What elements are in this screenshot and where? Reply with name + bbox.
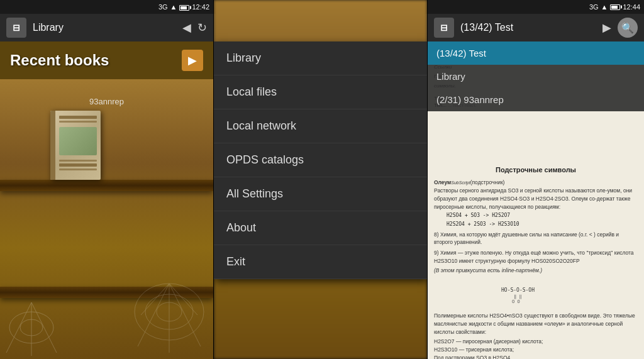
search-icon: 🔍 [621,22,634,34]
signal-icon-1: 3G [158,3,168,11]
reader-content: (13/42) Test Library (2/31) 93annrep ...… [428,41,644,359]
svg-line-8 [6,302,31,353]
svg-text:‖ ‖: ‖ ‖ [514,294,522,299]
battery-icon-1 [179,3,189,11]
status-bar-1: 3G ▲ 12:42 [0,0,213,14]
svg-text:O O: O O [512,299,520,304]
formula-1: H2SO4 + SO3 -> H2S2O7 [447,212,638,219]
shelf-area-1: 93annrep [0,79,213,359]
time-3: 12:44 [623,3,640,11]
nav-item-library[interactable]: Library [428,65,644,88]
recent-header-1: Recent books ▶ [0,41,213,79]
formula-2: H2S2O4 + 2SO3 -> H2S3O10 [447,221,638,228]
reader-body-5: Полимерные кислоты H2SO4•nSO3 существуют… [434,312,638,336]
nav-overlay: (13/42) Test Library (2/31) 93annrep [428,41,644,111]
menu-item-library[interactable]: Library [214,41,427,75]
reader-title: (13/42) Test [460,22,596,33]
menu-item-all-settings[interactable]: All Settings [214,177,427,211]
status-bar-3: 3G ▲ 12:44 [428,0,644,14]
formula-diagram: HO-S-O-S-OH ‖ ‖ O O [434,279,638,307]
back-icon-1[interactable]: ◀ [182,21,191,35]
battery-icon-3 [610,4,620,10]
formula-list-1: H2S2O7 — пиросерная (дисерная) кислота; [434,338,638,346]
reader-body-3: 9) Химия — этуже поленую. Ну откуда ещё … [434,249,638,265]
wifi-icon-3: ▲ [601,3,608,11]
book-label: 93annrep [0,97,213,106]
reader-body-1: ОлеумSubScript(подстрочник) Растворы сер… [434,179,638,211]
app-icon-1[interactable]: ⊟ [6,18,26,38]
cobweb-decoration-2 [3,299,60,356]
time-1: 12:42 [192,3,209,11]
menu-dropdown: Library Local files Local network OPDS c… [214,41,427,279]
formula-list-2: H2S3O10 — трисерная кислота; [434,346,638,354]
top-bar-1: ⊟ Library ◀ ↻ [0,14,213,41]
subscript-label: SubScript [451,180,470,185]
recent-arrow-btn[interactable]: ▶ [182,50,203,71]
book-item-1[interactable] [50,111,101,180]
cobweb-decoration [131,277,207,353]
subscript-paren: (подстрочник) [470,179,505,185]
top-bar-3: ⊟ (13/42) Test ▶ 🔍 [428,14,644,41]
panel-reader: 3G ▲ 12:44 ⊟ (13/42) Test ▶ 🔍 (13/42) Te… [428,0,644,359]
menu-item-exit[interactable]: Exit [214,245,427,279]
para1-text: Растворы серного ангидрида SO3 и серной … [434,187,632,210]
refresh-icon-1[interactable]: ↻ [197,21,207,35]
nav-arrow-icon[interactable]: ▶ [602,21,611,35]
search-button[interactable]: 🔍 [618,18,638,38]
reader-body-4: (В этом привкусита есть inline-партнём.) [434,267,638,275]
nav-item-current[interactable]: (13/42) Test [428,41,644,65]
oleym-label: Олеум [434,179,451,185]
reader-body-2: 8) Химия, на которую мдёт душевные силы … [434,231,638,247]
panel-library: 3G ▲ 12:42 ⊟ Library ◀ ↻ Recent books ▶ … [0,0,214,359]
reader-heading: Подстрочные символы [434,165,638,175]
menu-item-local-network[interactable]: Local network [214,109,427,143]
signal-icon-3: 3G [589,3,599,11]
svg-line-9 [31,302,57,353]
app-icon-3[interactable]: ⊟ [434,18,454,38]
recent-books-title: Recent books [10,52,109,69]
shelf-1 [0,180,213,191]
menu-item-about[interactable]: About [214,211,427,245]
nav-item-recent[interactable]: (2/31) 93annrep [428,88,644,111]
menu-item-opds-catalogs[interactable]: OPDS catalogs [214,143,427,177]
library-title-1: Library [33,22,176,33]
svg-text:HO-S-O-S-OH: HO-S-O-S-OH [501,287,535,293]
menu-item-local-files[interactable]: Local files [214,75,427,109]
panel-menu: 3G ▲ 12:42 ⊟ Library ◀ ↻ ks ▶ Library Lo… [214,0,428,359]
formula-list-3: Под растворами SO3 в H2SO4 [434,354,638,359]
wifi-icon-1: ▲ [170,3,177,11]
